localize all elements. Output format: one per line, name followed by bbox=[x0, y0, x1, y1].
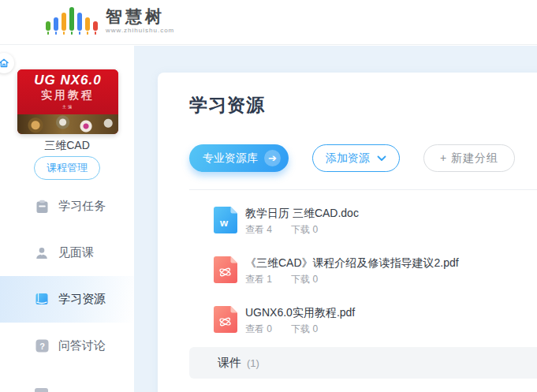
person-icon bbox=[35, 246, 49, 260]
toolbar: 专业资源库 ➔ 添加资源 + 新建分组 bbox=[189, 144, 515, 172]
question-icon: ? bbox=[35, 339, 49, 353]
home-icon bbox=[0, 58, 9, 69]
course-home-button[interactable] bbox=[0, 53, 14, 73]
clipboard-icon bbox=[35, 200, 49, 214]
cover-title-line2: 实用教程 bbox=[17, 88, 118, 103]
cover-artwork bbox=[17, 114, 118, 134]
workspace: UG NX6.0 实用教程 主编 三维CAD 课程管理 bbox=[0, 46, 537, 392]
svg-text:w: w bbox=[219, 217, 229, 229]
sidebar-item-label: 学习资源 bbox=[58, 292, 106, 307]
sidebar-item-label: 见面课 bbox=[58, 245, 94, 260]
word-doc-icon: w bbox=[214, 207, 237, 233]
brand-url: www.zhihuishu.com bbox=[106, 28, 174, 34]
sidebar-menu: 学习任务 见面课 bbox=[0, 183, 134, 369]
sidebar-item-label: 学习任务 bbox=[58, 199, 106, 214]
sidebar-item-qa-discussion[interactable]: ? 问答讨论 bbox=[0, 323, 134, 369]
group-header-courseware[interactable]: 课件 (1) bbox=[189, 347, 537, 379]
brand-name: 智慧树 bbox=[106, 8, 174, 24]
tree-bars-icon bbox=[46, 7, 98, 36]
pro-resource-library-label: 专业资源库 bbox=[203, 151, 258, 166]
sidebar-item-learning-resources[interactable]: 学习资源 bbox=[0, 276, 134, 323]
pdf-icon bbox=[214, 306, 237, 333]
learning-resources-panel: 学习资源 专业资源库 ➔ 添加资源 + 新建分组 bbox=[158, 73, 537, 392]
file-name[interactable]: 《三维CAD》课程介绍及修读指导建议2.pdf bbox=[245, 256, 459, 270]
svg-text:?: ? bbox=[39, 342, 45, 351]
cover-byline: 主编 bbox=[17, 104, 118, 109]
download-count: 下载 0 bbox=[291, 274, 318, 285]
page-title: 学习资源 bbox=[189, 93, 265, 118]
view-count: 查看 1 bbox=[245, 274, 272, 285]
group-count: (1) bbox=[247, 357, 259, 369]
sidebar: UG NX6.0 实用教程 主编 三维CAD 课程管理 bbox=[0, 46, 134, 392]
sidebar-item-meeting-class[interactable]: 见面课 bbox=[0, 230, 134, 276]
brand-logo[interactable]: 智慧树 www.zhihuishu.com bbox=[46, 7, 174, 36]
add-resource-button[interactable]: 添加资源 bbox=[312, 144, 400, 172]
book-icon bbox=[35, 293, 49, 307]
file-row[interactable]: w 教学日历 三维CAD.doc 查看 4下载 0 bbox=[214, 207, 459, 237]
download-count: 下载 0 bbox=[291, 323, 318, 334]
chevron-down-icon bbox=[377, 155, 386, 162]
file-name[interactable]: 教学日历 三维CAD.doc bbox=[245, 207, 359, 220]
download-count: 下载 0 bbox=[291, 224, 318, 235]
course-cover-image[interactable]: UG NX6.0 实用教程 主编 bbox=[17, 69, 118, 134]
file-row[interactable]: UGNX6.0实用教程.pdf 查看 0下载 0 bbox=[214, 306, 459, 336]
file-list: w 教学日历 三维CAD.doc 查看 4下载 0 bbox=[214, 207, 459, 356]
arrow-right-icon: ➔ bbox=[264, 150, 281, 166]
pro-resource-library-button[interactable]: 专业资源库 ➔ bbox=[189, 144, 289, 172]
course-manage-button[interactable]: 课程管理 bbox=[34, 156, 100, 180]
file-row[interactable]: 《三维CAD》课程介绍及修读指导建议2.pdf 查看 1下载 0 bbox=[214, 256, 459, 286]
group-title: 课件 bbox=[218, 356, 241, 371]
sidebar-item-learning-tasks[interactable]: 学习任务 bbox=[0, 183, 134, 230]
app-header: 智慧树 www.zhihuishu.com bbox=[0, 0, 537, 45]
divider bbox=[189, 189, 537, 190]
new-group-button[interactable]: + 新建分组 bbox=[423, 144, 515, 172]
view-count: 查看 0 bbox=[245, 323, 272, 334]
course-name: 三维CAD bbox=[0, 139, 134, 153]
view-count: 查看 4 bbox=[245, 224, 272, 235]
cover-title-line1: UG NX6.0 bbox=[17, 73, 118, 88]
file-name[interactable]: UGNX6.0实用教程.pdf bbox=[245, 306, 355, 319]
pdf-icon bbox=[214, 256, 237, 283]
add-resource-label: 添加资源 bbox=[326, 151, 370, 166]
sidebar-item-partial-icon bbox=[35, 388, 48, 392]
sidebar-item-label: 问答讨论 bbox=[58, 338, 106, 353]
